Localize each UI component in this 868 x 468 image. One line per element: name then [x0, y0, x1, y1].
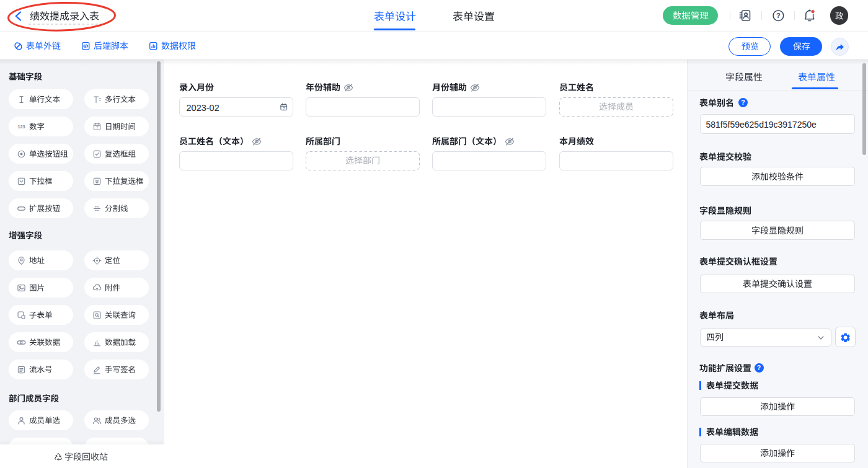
svg-text:7: 7	[283, 106, 285, 110]
svg-text:7: 7	[96, 125, 99, 130]
svg-text:?: ?	[776, 12, 781, 19]
svg-text:123: 123	[18, 125, 25, 130]
